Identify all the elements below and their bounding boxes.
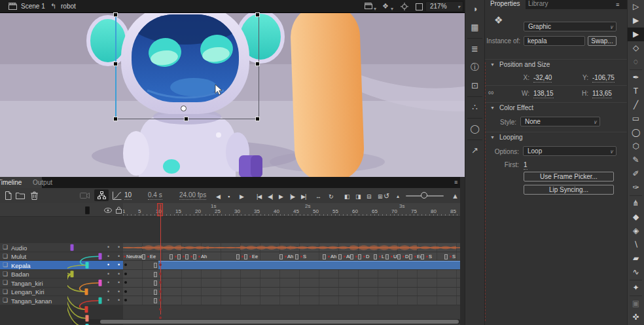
paint-bucket-tool[interactable]: ◆	[628, 210, 644, 224]
edit-multiple-frames-button[interactable]: ⊟	[367, 192, 371, 201]
keyframe-dot[interactable]	[159, 316, 162, 319]
keyframe-dot[interactable]	[124, 299, 127, 301]
rectangle-tool[interactable]: ▭	[628, 112, 644, 126]
selection-handle-bottom-mid[interactable]	[184, 117, 188, 121]
bone-tool[interactable]: ⋔	[628, 197, 644, 210]
align-panel-icon[interactable]: ≣	[465, 40, 484, 58]
selected-frame-span[interactable]	[158, 261, 460, 269]
keyframe-dot[interactable]	[190, 256, 192, 258]
frames-row-tangan_kanan[interactable]	[123, 296, 460, 305]
timeline-zoom-in-icon[interactable]: ▲	[452, 191, 459, 201]
line-tool[interactable]: ╱	[628, 98, 644, 112]
color-panel-icon[interactable]: ◑	[465, 0, 484, 18]
layer-row-kepala[interactable]: ❏Kepala••	[0, 261, 123, 270]
polystar-tool[interactable]: ⬡	[628, 140, 644, 153]
clip-content-icon[interactable]	[416, 3, 423, 10]
properties-panel-menu-icon[interactable]: ≡	[616, 1, 619, 8]
transformation-point[interactable]	[181, 105, 187, 111]
selection-handle-top-left[interactable]	[113, 12, 118, 17]
edit-scene-icon[interactable]	[365, 3, 373, 9]
modify-markers-button[interactable]: ⊞	[378, 192, 382, 201]
onion-outlines-button[interactable]: ◨	[355, 192, 361, 201]
keyframe-dot[interactable]	[159, 290, 162, 293]
ink-bottle-tool[interactable]: ◈	[628, 224, 644, 238]
keyframe-dot[interactable]	[124, 263, 127, 266]
free-transform-tool[interactable]: ◇	[628, 41, 644, 55]
timeline-zoom-out-icon[interactable]: ▴	[397, 192, 399, 201]
transform-panel-icon[interactable]: ⊡	[465, 77, 484, 95]
keyframe-dot[interactable]	[175, 256, 177, 258]
timeline-vertical-scrollbar[interactable]	[460, 177, 465, 325]
layer-lock-dot[interactable]: •	[118, 244, 120, 250]
timeline-scroll-thumb[interactable]	[100, 320, 459, 324]
layer-row-audio[interactable]: ❏Audio••	[0, 243, 123, 252]
layer-visibility-dot[interactable]: •	[107, 297, 109, 303]
step-back-button[interactable]: ◀	[216, 192, 220, 201]
subselection-tool[interactable]: ▶	[628, 14, 644, 28]
playhead-line[interactable]	[160, 204, 161, 315]
center-frame-button[interactable]: ▪	[228, 192, 229, 201]
classic-brush-tool[interactable]: ✑	[628, 181, 644, 195]
show-parenting-view-button[interactable]	[94, 189, 109, 201]
stage-canvas[interactable]	[0, 13, 465, 177]
selection-handle-mid-left[interactable]	[113, 62, 118, 66]
keyframe-dot[interactable]	[241, 256, 243, 258]
edit-symbol-caret[interactable]: ▾	[391, 5, 393, 13]
pen-tool[interactable]: ✒	[628, 71, 644, 85]
swatches-panel-icon[interactable]: ▦	[465, 18, 484, 37]
selection-handle-bottom-left[interactable]	[113, 117, 118, 121]
timeline-panel-menu-icon[interactable]: ≡	[454, 179, 457, 185]
swap-button[interactable]: Swap...	[588, 36, 617, 46]
layer-visibility-dot[interactable]: •	[107, 261, 109, 268]
info-panel-icon[interactable]: ⓘ	[465, 58, 484, 77]
lasso-tool[interactable]: ◌	[628, 55, 644, 69]
layer-visibility-dot[interactable]: •	[107, 279, 109, 286]
style-select[interactable]: None∨	[520, 117, 600, 126]
y-value[interactable]: -106,75	[592, 74, 615, 83]
timeline-zoom-knob[interactable]	[421, 192, 427, 199]
asset-sculpt-tool[interactable]: ∿	[628, 265, 644, 279]
layer-row-mulut[interactable]: ❏Mulut••	[0, 252, 123, 261]
first-frame-value[interactable]: 1	[524, 161, 528, 170]
loop-options-select[interactable]: Loop∨	[523, 146, 617, 156]
pencil-tool[interactable]: ✎	[628, 153, 644, 167]
frames-row-lengan_kiri[interactable]	[123, 288, 460, 297]
oval-tool[interactable]: ◯	[628, 126, 644, 140]
edit-scene-caret[interactable]: ▾	[374, 5, 376, 13]
w-value[interactable]: 138,15	[533, 90, 554, 98]
keyframe-dot[interactable]	[124, 290, 127, 293]
selection-handle-mid-right[interactable]	[255, 62, 260, 66]
keyframe-dot[interactable]	[328, 256, 330, 258]
frames-row-kepala[interactable]	[123, 261, 460, 270]
layer-lock-dot[interactable]: •	[118, 288, 120, 295]
text-tool[interactable]: T	[628, 85, 644, 98]
x-value[interactable]: -32,40	[533, 74, 552, 83]
current-frame-value[interactable]: 10	[124, 191, 132, 200]
layer-lock-dot[interactable]: •	[118, 279, 120, 286]
keyframe-dot[interactable]	[124, 281, 127, 284]
keyframe-dot[interactable]	[363, 256, 365, 258]
lip-syncing-button[interactable]: Lip Syncing...	[524, 185, 614, 195]
keyframe-dot[interactable]	[355, 256, 357, 258]
layer-lock-dot[interactable]: •	[118, 261, 120, 268]
keyframe-dot[interactable]	[198, 256, 200, 258]
tab-output[interactable]: Output	[26, 177, 59, 188]
stage-zoom-control[interactable]: 217% ▾	[425, 1, 463, 12]
position-size-section-header[interactable]: ▼ Position and Size	[485, 59, 627, 70]
cc-libraries-panel-icon[interactable]: ◯	[465, 120, 484, 138]
timeline-horizontal-scrollbar[interactable]	[72, 319, 460, 324]
frames-row-audio[interactable]	[123, 243, 460, 252]
reset-timeline-zoom-icon[interactable]: ↺	[384, 191, 389, 201]
center-stage-icon[interactable]	[401, 3, 408, 10]
layer-visibility-dot[interactable]: •	[107, 253, 109, 259]
keyframe-dot[interactable]	[159, 281, 162, 284]
layer-row-tangan_kiri[interactable]: ❏Tangan_kiri••	[0, 278, 123, 288]
back-one-frame-button[interactable]: ◀|	[268, 192, 272, 201]
looping-section-header[interactable]: ▼ Looping	[485, 132, 627, 143]
breadcrumb-symbol[interactable]: robot	[61, 3, 76, 10]
layer-row-badan[interactable]: ❏Badan••	[0, 270, 123, 279]
symbol-behavior-select[interactable]: Graphic∨	[524, 22, 617, 31]
hand-tool[interactable]: ✜	[628, 311, 644, 324]
keyframe-dot[interactable]	[344, 256, 346, 258]
new-folder-icon[interactable]	[16, 192, 25, 199]
